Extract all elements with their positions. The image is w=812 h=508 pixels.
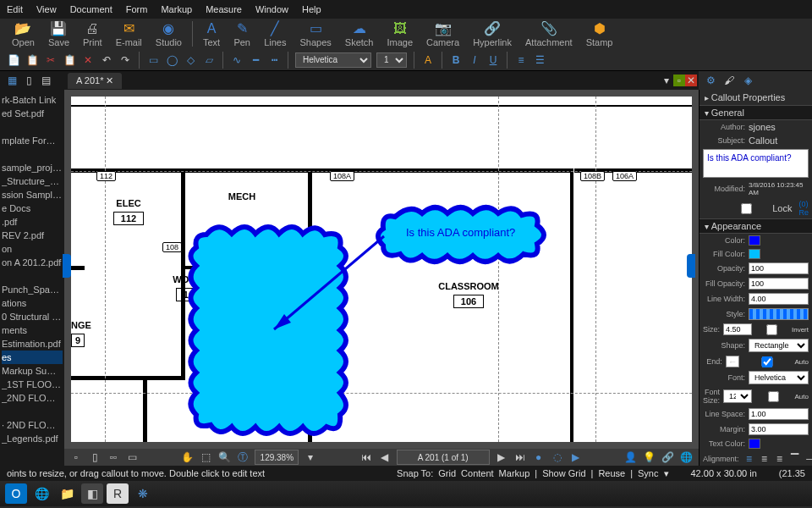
next-page-icon[interactable]: ▶	[495, 450, 508, 464]
sync[interactable]: Sync	[638, 468, 658, 478]
tab-tile-icon[interactable]: ▫	[673, 75, 685, 86]
file-item[interactable]: ments	[2, 323, 63, 337]
tb-save[interactable]: 💾Save	[43, 19, 74, 49]
file-item[interactable]: REV 2.pdf	[2, 229, 63, 242]
hand-icon[interactable]: ✋	[180, 450, 194, 464]
document-tab[interactable]: A 201* ✕	[68, 73, 122, 89]
tb-print[interactable]: 🖨Print	[78, 19, 107, 49]
shape1-icon[interactable]: ▭	[146, 53, 160, 67]
delete-icon[interactable]: ✕	[81, 53, 95, 67]
align-right-icon[interactable]: ≡	[773, 452, 787, 466]
fwd-icon[interactable]: ◌	[551, 450, 564, 464]
file-item[interactable]: on A 201.2.pdf	[2, 256, 63, 269]
prev-page-icon[interactable]: ◀	[378, 450, 392, 464]
file-item[interactable]: .pdf	[2, 215, 63, 229]
tb-sketch[interactable]: ☁Sketch	[340, 19, 379, 49]
tb-e-mail[interactable]: ✉E-mail	[111, 19, 147, 49]
menu-help[interactable]: Help	[302, 4, 321, 14]
tab-close2-icon[interactable]: ✕	[685, 75, 697, 86]
cut-icon[interactable]: ✂	[44, 53, 58, 67]
show-grid[interactable]: Show Grid	[542, 468, 585, 478]
italic-icon[interactable]: I	[468, 53, 481, 67]
view-single-icon[interactable]: ▫	[69, 450, 83, 464]
nav-icon[interactable]: ▤	[39, 74, 52, 87]
person-icon[interactable]: 👤	[624, 450, 638, 464]
select-icon[interactable]: ⬚	[199, 450, 212, 464]
shape-select[interactable]: Rectangle	[749, 339, 809, 352]
tb-pen[interactable]: ✎Pen	[228, 19, 255, 49]
lock-checkbox[interactable]	[724, 203, 769, 214]
opacity-input[interactable]	[749, 262, 809, 274]
file-item[interactable]: Punch_Spaces…	[2, 283, 63, 296]
underline-icon[interactable]: U	[486, 53, 500, 67]
shape4-icon[interactable]: ▱	[202, 53, 216, 67]
align-mid-icon[interactable]: ─	[804, 452, 812, 466]
section-general[interactable]: ▾ General	[700, 105, 812, 120]
fillcolor-swatch[interactable]	[749, 249, 760, 259]
first-page-icon[interactable]: ⏮	[359, 450, 373, 464]
redo-icon[interactable]: ↷	[118, 53, 132, 67]
shape2-icon[interactable]: ◯	[165, 53, 178, 67]
view-facing-icon[interactable]: ▫▫	[107, 450, 120, 464]
menu-window[interactable]: Window	[255, 4, 288, 14]
file-item[interactable]: _Legends.pdf	[2, 432, 63, 445]
tb-lines[interactable]: ╱Lines	[259, 19, 291, 49]
back-icon[interactable]: ●	[532, 450, 546, 464]
zoom-icon[interactable]: 🔍	[217, 450, 231, 464]
file-item[interactable]: rk-Batch Link	[2, 93, 63, 107]
menu-edit[interactable]: Edit	[7, 4, 23, 14]
copy-icon[interactable]: 📋	[25, 53, 39, 67]
file-item[interactable]: on	[2, 242, 63, 256]
tb-hyperlink[interactable]: 🔗Hyperlink	[468, 19, 517, 49]
file-item[interactable]: _2ND FLOOR …	[2, 391, 63, 405]
paste-icon[interactable]: 📋	[63, 53, 76, 67]
task-app2-icon[interactable]: ❋	[132, 483, 154, 504]
task-explorer-icon[interactable]: 📁	[56, 483, 78, 504]
align-icon[interactable]: ≡	[514, 53, 528, 67]
file-item[interactable]: ed Set.pdf	[2, 107, 63, 120]
link-icon[interactable]: 🔗	[661, 450, 675, 464]
invert-checkbox[interactable]	[755, 324, 788, 335]
tb-attachment[interactable]: 📎Attachment	[520, 19, 578, 49]
line1-icon[interactable]: ━	[249, 53, 262, 67]
cloud-icon[interactable]: ∿	[230, 53, 244, 67]
end-auto-checkbox[interactable]	[743, 356, 791, 367]
grid-icon[interactable]: ▦	[5, 74, 19, 87]
fillopacity-input[interactable]	[749, 278, 809, 290]
file-item[interactable]: _1ST FLOOR P…	[2, 378, 63, 391]
globe-icon[interactable]: 🌐	[680, 450, 694, 464]
line2-icon[interactable]: ┅	[267, 53, 281, 67]
textcolor-swatch[interactable]	[749, 439, 760, 449]
size-input[interactable]	[723, 323, 752, 335]
end-preview[interactable]: ←	[726, 356, 740, 367]
file-item[interactable]: es	[2, 351, 63, 364]
callout-text[interactable]: Is this ADA compliant?	[406, 226, 515, 239]
tb-studio[interactable]: ◉Studio	[151, 19, 187, 49]
zoom-input[interactable]	[255, 450, 299, 465]
align-left-icon[interactable]: ≡	[743, 452, 756, 466]
file-item[interactable]: mplate Form.pdf	[2, 134, 63, 147]
left-panel-toggle[interactable]	[63, 254, 71, 278]
task-outlook-icon[interactable]: O	[5, 483, 27, 504]
menu-measure[interactable]: Measure	[206, 4, 242, 14]
align-center-icon[interactable]: ≡	[758, 452, 771, 466]
menu-form[interactable]: Form	[126, 4, 148, 14]
menu-view[interactable]: View	[36, 4, 57, 14]
comment-text[interactable]: Is this ADA compliant?	[703, 149, 809, 178]
snap-content[interactable]: Content	[461, 468, 494, 478]
font-select-prop[interactable]: Helvetica	[749, 371, 809, 384]
shape3-icon[interactable]: ◇	[184, 53, 197, 67]
snap-markup[interactable]: Markup	[499, 468, 530, 478]
text-color-icon[interactable]: A	[421, 53, 435, 67]
tb-open[interactable]: 📂Open	[7, 19, 40, 49]
page-input[interactable]	[397, 450, 490, 465]
file-item[interactable]	[2, 269, 63, 283]
file-item[interactable]: e Docs	[2, 202, 63, 215]
tb-shapes[interactable]: ▭Shapes	[294, 19, 336, 49]
file-item[interactable]: _Structure_201…	[2, 174, 63, 188]
view-split-icon[interactable]: ▭	[125, 450, 139, 464]
file-item[interactable]: 0 Structural St…	[2, 310, 63, 323]
style-preview[interactable]	[749, 308, 809, 320]
font-size-select[interactable]: 12	[376, 52, 407, 68]
file-item[interactable]: ations	[2, 296, 63, 310]
